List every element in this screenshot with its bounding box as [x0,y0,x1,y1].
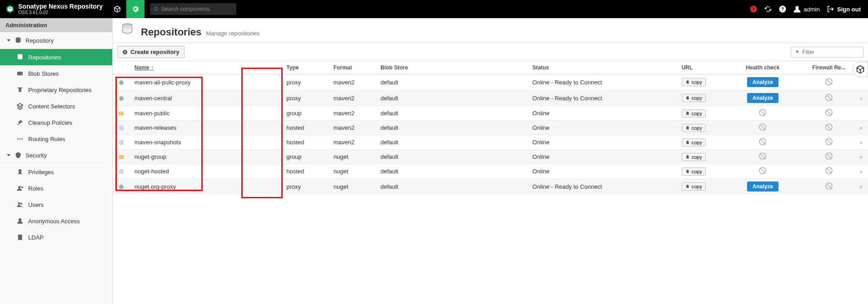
disabled-icon [759,167,766,174]
repositories-icon [121,23,134,35]
table-row[interactable]: nuget-hostedhostednugetdefaultOnlinecopy… [113,164,868,179]
sidebar-item-blob-stores[interactable]: Blob Stores [0,65,112,82]
cell-type: proxy [282,179,329,195]
chevron-right-icon[interactable]: › [860,124,862,131]
copy-url-button[interactable]: copy [682,124,706,132]
lectern-icon [16,86,24,93]
copy-url-button[interactable]: copy [682,153,706,161]
signout-button[interactable]: Sign out [826,5,861,13]
analyze-button[interactable]: Analyze [747,181,778,191]
disabled-icon [825,182,833,190]
col-url[interactable]: URL [677,61,722,74]
sidebar-group-repository[interactable]: Repository [0,32,112,49]
cell-format: maven2 [329,135,376,150]
copy-url-button[interactable]: copy [682,109,706,118]
disabled-icon [825,94,833,101]
svg-rect-36 [686,155,688,158]
sidebar-group-security[interactable]: Security [0,147,112,164]
sidebar-header: Administration [0,18,112,32]
sidebar-item-roles[interactable]: Roles [0,180,112,196]
help-icon[interactable]: ? [778,5,787,13]
sidebar-item-users[interactable]: Users [0,196,112,213]
sidebar-item-content-selectors[interactable]: Content Selectors [0,98,112,114]
cell-blob: default [376,179,528,195]
users-icon [16,201,24,208]
svg-point-5 [795,6,799,10]
analyze-button[interactable]: Analyze [747,93,778,103]
cell-name: maven-central [130,90,282,106]
search-box[interactable] [150,3,236,15]
copy-url-button[interactable]: copy [682,78,706,86]
admin-button[interactable] [126,0,145,18]
table-row[interactable]: maven-ali-pulic-proxyproxymaven2defaultO… [113,74,868,90]
cell-blob: default [376,106,528,121]
sidebar-item-routing[interactable]: Routing Rules [0,131,112,147]
search-input[interactable] [161,6,233,12]
col-status[interactable]: Status [528,61,677,74]
disabled-icon [759,109,766,116]
clipboard-icon [685,126,690,130]
svg-rect-24 [686,97,688,100]
col-blob[interactable]: Blob Store [376,61,528,74]
table-row[interactable]: nuget-groupgroupnugetdefaultOnlinecopy› [113,150,868,164]
disabled-icon [825,123,833,131]
disabled-icon [759,123,766,131]
filter-box[interactable] [791,47,863,58]
security-icon [15,152,22,159]
cell-name: maven-releases [130,121,282,135]
table-row[interactable]: maven-releaseshostedmaven2defaultOnlinec… [113,121,868,135]
chevron-right-icon[interactable]: › [860,153,862,160]
cell-format: maven2 [329,106,376,121]
sidebar-item-ldap[interactable]: LDAP [0,229,112,245]
col-type[interactable]: Type [282,61,329,74]
sidebar-item-privileges[interactable]: Privileges [0,164,112,180]
browse-button[interactable] [108,0,126,18]
refresh-icon[interactable] [764,5,772,13]
page-subtitle: Manage repositories [206,30,259,37]
col-format[interactable]: Format [329,61,376,74]
sidebar-item-label: LDAP [28,234,44,241]
repo-proxy-icon [118,95,125,102]
copy-url-button[interactable]: copy [682,182,706,191]
table-row[interactable]: maven-snapshotshostedmaven2defaultOnline… [113,135,868,150]
analyze-button[interactable]: Analyze [747,77,778,87]
sidebar-item-cleanup[interactable]: Cleanup Policies [0,114,112,131]
firewall-badge[interactable] [853,62,868,77]
col-firewall[interactable]: Firewall Re... [804,61,854,74]
brand-area: Sonatype Nexus Repository OSS 3.61.0-02 [0,3,108,15]
alert-icon[interactable] [749,5,758,13]
cell-format: maven2 [329,121,376,135]
clipboard-icon [685,96,690,100]
chevron-right-icon[interactable]: › [860,183,862,190]
col-name[interactable]: Name ↑ [130,61,282,74]
table-row[interactable]: maven-centralproxymaven2defaultOnline - … [113,90,868,106]
chevron-right-icon[interactable]: › [860,168,862,175]
create-repository-button[interactable]: Create repository [117,46,185,58]
col-health[interactable]: Health check [722,61,803,74]
chevron-right-icon[interactable]: › [860,139,862,146]
cell-type: hosted [282,121,329,135]
chevron-down-icon [6,38,11,43]
cell-blob: default [376,74,528,90]
funnel-icon [795,49,800,55]
user-menu[interactable]: admin [793,5,820,13]
sidebar-item-repositories[interactable]: Repositories [0,49,112,65]
chevron-right-icon[interactable]: › [860,95,862,102]
table-row[interactable]: nuget.org-proxyproxynugetdefaultOnline -… [113,179,868,195]
copy-url-button[interactable]: copy [682,167,706,176]
disabled-icon [825,167,833,174]
sidebar-item-label: Anonymous Access [28,218,80,225]
cell-blob: default [376,135,528,150]
sidebar-item-proprietary[interactable]: Proprietary Repositories [0,82,112,98]
svg-point-14 [18,186,20,188]
sidebar-item-anonymous[interactable]: Anonymous Access [0,213,112,229]
copy-url-button[interactable]: copy [682,94,706,102]
copy-url-button[interactable]: copy [682,138,706,147]
filter-input[interactable] [803,49,859,55]
table-row[interactable]: maven-publicgroupmaven2defaultOnlinecopy [113,106,868,121]
svg-rect-39 [686,170,688,173]
cell-name: maven-ali-pulic-proxy [130,74,282,90]
cell-status: Online - Ready to Connect [528,179,677,195]
svg-point-9 [21,73,22,74]
sidebar-item-label: Privileges [28,169,54,176]
